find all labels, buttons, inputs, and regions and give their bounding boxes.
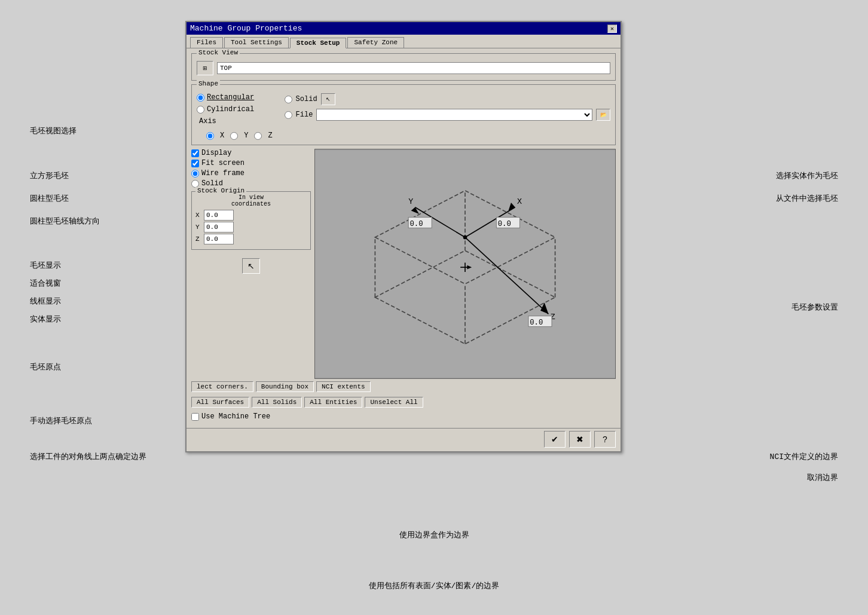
solid-disp-row: Solid	[191, 179, 311, 188]
machine-tree-checkbox[interactable]	[191, 413, 199, 421]
cylindrical-radio[interactable]	[197, 106, 204, 114]
annotation-display: 毛坯显示	[30, 260, 61, 271]
annotation-rectangular: 立方形毛坯	[30, 170, 69, 181]
wire-frame-radio[interactable]	[191, 170, 199, 178]
all-entities-btn[interactable]: All Entities	[304, 397, 362, 408]
origin-z-input[interactable]	[204, 234, 234, 244]
axis-y-radio[interactable]	[230, 132, 238, 140]
annotation-corners: 选择工件的对角线上两点确定边界	[30, 451, 146, 462]
tab-files[interactable]: Files	[190, 37, 223, 48]
all-surfaces-btn[interactable]: All Surfaces	[191, 397, 249, 408]
all-solids-btn[interactable]: All Solids	[252, 397, 302, 408]
stock-origin-box: Stock Origin In viewcoordinates X Y Z	[191, 191, 311, 250]
annotation-all-surfaces: 使用包括所有表面/实体/图素/的边界	[369, 580, 499, 591]
dialog-title: Machine Group Properties	[190, 24, 302, 33]
cylindrical-label: Cylindrical	[207, 105, 254, 114]
svg-text:0.0: 0.0	[530, 319, 543, 327]
annotation-origin: 毛坯原点	[30, 362, 61, 372]
solid-radio[interactable]	[285, 96, 292, 103]
solid-disp-radio[interactable]	[191, 180, 199, 188]
arrow-btn-container: ↖	[191, 255, 311, 274]
lower-section: Display Fit screen Wire frame Solid	[191, 149, 616, 379]
left-panel: Display Fit screen Wire frame Solid	[191, 149, 311, 379]
ok-icon: ✔	[551, 435, 558, 444]
stock-view-title: Stock View	[197, 49, 240, 56]
display-checkbox[interactable]	[191, 149, 199, 157]
file-row: File 📂	[285, 109, 610, 121]
shape-group: Shape Rectangular Cylindrical Axis	[191, 84, 616, 145]
origin-select-btn[interactable]: ↖	[242, 258, 260, 274]
shape-section: Rectangular Cylindrical Axis X	[197, 93, 610, 140]
annotation-cylindrical: 圆柱型毛坯	[30, 193, 69, 204]
svg-text:Y: Y	[408, 197, 413, 206]
cylindrical-row: Cylindrical	[197, 105, 273, 114]
rectangular-radio[interactable]	[197, 94, 204, 102]
tab-safety-zone[interactable]: Safety Zone	[347, 37, 404, 48]
fit-screen-label: Fit screen	[201, 159, 244, 167]
origin-y-row: Y	[195, 222, 307, 232]
solid-row: Solid ↖	[285, 93, 610, 105]
axis-label-text: Axis	[199, 117, 216, 126]
nci-extents-btn[interactable]: NCI extents	[316, 381, 371, 392]
origin-y-label: Y	[195, 224, 201, 231]
wire-frame-label: Wire frame	[201, 169, 244, 178]
bounding-box-btn[interactable]: Bounding box	[256, 381, 314, 392]
annotation-file-select: 从文件中选择毛坯	[776, 193, 838, 204]
page-wrapper: 毛坯视图选择 立方形毛坯 圆柱型毛坯 圆柱型毛坯轴线方向 毛坯显示 适合视窗 线…	[12, 12, 856, 615]
cancel-button[interactable]: ✖	[569, 431, 591, 448]
dialog-window: Machine Group Properties ✕ Files Tool Se…	[185, 21, 622, 452]
dialog-content: Stock View ⊞ Shape Rectangular	[187, 48, 621, 428]
axis-x-radio[interactable]	[206, 132, 214, 140]
close-button[interactable]: ✕	[607, 25, 617, 33]
machine-tree-label: Use Machine Tree	[201, 412, 270, 421]
axis-z-label: Z	[268, 131, 272, 140]
stock-view-button[interactable]: ⊞	[197, 61, 213, 75]
display-row: Display	[191, 149, 311, 157]
viz-svg: Y X Z 0.0 0.0	[315, 149, 615, 378]
annotation-stock-params: 毛坯参数设置	[791, 302, 838, 313]
select-corners-btn[interactable]: lect corners.	[191, 381, 253, 392]
stock-view-group: Stock View ⊞	[191, 53, 616, 81]
file-browse-btn[interactable]: 📂	[596, 109, 610, 121]
svg-text:0.0: 0.0	[498, 220, 511, 228]
solid-cursor-btn[interactable]: ↖	[321, 93, 335, 105]
dialog-footer: ✔ ✖ ?	[187, 428, 621, 451]
solid-label: Solid	[296, 95, 317, 103]
axis-y-label: Y	[244, 131, 248, 140]
axis-row: X Y Z	[206, 131, 273, 140]
stock-view-input[interactable]	[217, 62, 610, 74]
fit-screen-checkbox[interactable]	[191, 160, 199, 167]
viz-panel: Y X Z 0.0 0.0	[314, 149, 616, 379]
svg-text:X: X	[517, 197, 522, 206]
shape-title: Shape	[197, 80, 220, 87]
cursor-icon: ↖	[326, 96, 331, 102]
ok-button[interactable]: ✔	[544, 431, 566, 448]
tabs-bar: Files Tool Settings Stock Setup Safety Z…	[187, 35, 621, 48]
file-label: File	[296, 111, 313, 119]
annotation-wireframe: 线框显示	[30, 296, 61, 307]
bottom-buttons-row1: lect corners. Bounding box NCI extents	[191, 379, 616, 394]
arrow-icon: ↖	[247, 261, 255, 271]
tab-tool-settings[interactable]: Tool Settings	[224, 37, 289, 48]
help-button[interactable]: ?	[594, 431, 616, 448]
tab-stock-setup[interactable]: Stock Setup	[290, 38, 347, 48]
annotation-manual-origin: 手动选择毛坯原点	[30, 415, 92, 426]
origin-box-title: Stock Origin	[195, 187, 246, 194]
origin-z-label: Z	[195, 235, 201, 243]
axis-z-radio[interactable]	[254, 132, 262, 140]
file-select[interactable]	[316, 109, 592, 121]
svg-text:0.0: 0.0	[409, 220, 423, 228]
origin-x-input[interactable]	[204, 210, 234, 221]
unselect-all-btn[interactable]: Unselect All	[365, 397, 423, 408]
cancel-icon: ✖	[576, 435, 583, 444]
origin-x-row: X	[195, 210, 307, 221]
folder-icon: 📂	[600, 112, 607, 118]
annotation-axis: 圆柱型毛坯轴线方向	[30, 216, 100, 227]
shape-left: Rectangular Cylindrical Axis X	[197, 93, 273, 140]
annotation-solid-disp: 实体显示	[30, 314, 61, 325]
file-radio[interactable]	[285, 111, 292, 119]
axis-x-label: X	[220, 131, 224, 140]
annotation-select-solid: 选择实体作为毛坯	[776, 170, 838, 181]
origin-y-input[interactable]	[204, 222, 234, 232]
origin-z-row: Z	[195, 234, 307, 244]
